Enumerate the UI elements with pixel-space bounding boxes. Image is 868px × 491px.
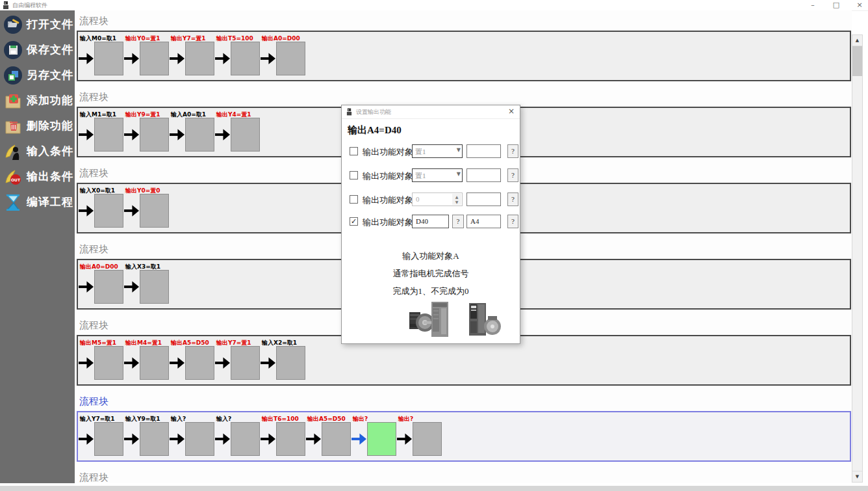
flow-arrow-icon[interactable] [215, 128, 230, 141]
flow-arrow-icon[interactable] [79, 52, 94, 65]
flow-block[interactable] [231, 422, 260, 456]
sidebar-item-8[interactable]: 编译工程 [0, 189, 75, 215]
open-file-icon [3, 15, 23, 34]
flow-arrow-icon[interactable] [124, 280, 139, 293]
flow-arrow-icon[interactable] [170, 52, 185, 65]
sidebar-item-1[interactable]: 打开文件 [0, 12, 75, 37]
help-button[interactable]: ? [507, 168, 518, 182]
spinner-down-icon[interactable]: ▼ [452, 199, 461, 205]
sidebar-item-7[interactable]: OUT输出条件 [0, 164, 75, 189]
dialog-close-icon[interactable]: × [508, 107, 515, 116]
maximize-button[interactable]: □ [832, 0, 841, 10]
flow-block[interactable] [185, 346, 214, 380]
flow-block[interactable] [276, 422, 305, 456]
flow-arrow-icon[interactable] [215, 356, 230, 369]
flow-block[interactable] [322, 422, 351, 456]
flow-block[interactable] [185, 118, 214, 152]
scroll-down-icon[interactable]: ▼ [852, 471, 862, 482]
flow-block[interactable] [94, 270, 123, 304]
flow-arrow-icon[interactable] [215, 432, 230, 445]
flow-arrow-icon[interactable] [124, 128, 139, 141]
flow-block[interactable] [231, 118, 260, 152]
value-select[interactable]: 置1▼ [412, 168, 463, 182]
flow-arrow-icon[interactable] [79, 356, 94, 369]
flow-arrow-icon[interactable] [306, 432, 321, 445]
flow-block[interactable] [94, 42, 123, 75]
output-target-checkbox[interactable] [350, 147, 358, 155]
help-button[interactable]: ? [507, 144, 518, 158]
help-button[interactable]: ? [452, 215, 464, 228]
flow-block[interactable] [140, 422, 169, 456]
flow-arrow-icon[interactable] [124, 356, 139, 369]
sidebar-item-2[interactable]: 保存文件 [0, 37, 75, 62]
flow-arrow-icon[interactable] [170, 356, 185, 369]
extra-value-field[interactable] [466, 168, 501, 182]
flow-cell: 输出A0=D00 [78, 260, 123, 308]
output-target-checkbox[interactable]: ✓ [350, 217, 358, 226]
svg-text:OUT: OUT [11, 178, 21, 182]
flow-arrow-icon[interactable] [170, 432, 185, 445]
close-button[interactable]: × [855, 0, 864, 10]
flow-block[interactable] [231, 346, 260, 380]
flow-arrow-icon[interactable] [79, 432, 94, 445]
value-select[interactable]: 置1▼ [412, 144, 463, 158]
flow-arrow-icon[interactable] [261, 52, 275, 65]
help-button[interactable]: ? [507, 192, 518, 206]
output-target-label: 输出功能对象Y [363, 170, 419, 182]
vertical-scrollbar[interactable]: ▲ ▼ [852, 34, 863, 483]
flow-arrow-icon[interactable] [79, 128, 94, 141]
input-condition-icon [3, 142, 23, 161]
output-target-checkbox[interactable] [350, 171, 358, 179]
flow-arrow-icon[interactable] [124, 432, 139, 445]
flow-block[interactable] [140, 270, 169, 304]
flow-block[interactable] [140, 42, 169, 75]
sidebar-item-6[interactable]: 输入条件 [0, 139, 75, 164]
flow-arrow-icon[interactable] [170, 128, 185, 141]
flow-arrow-icon[interactable] [79, 204, 94, 217]
sidebar-item-4[interactable]: 添加功能 [0, 88, 75, 113]
flow-arrow-icon[interactable] [215, 52, 230, 65]
flow-block[interactable] [276, 346, 305, 380]
chevron-down-icon: ▼ [457, 171, 461, 177]
flow-block[interactable] [231, 42, 260, 75]
flow-section: 流程块输入M0=取1输出Y0=置1输出Y7=置1输出T5=100输出A0=D00 [75, 13, 852, 81]
flow-block[interactable] [185, 422, 214, 456]
flow-block[interactable] [94, 346, 123, 380]
flow-arrow-icon[interactable] [351, 432, 366, 445]
flow-block[interactable] [94, 118, 123, 152]
flow-block[interactable] [94, 194, 123, 228]
dialog-row: ✓输出功能对象AD40?A4? [342, 215, 520, 229]
flow-cell: 输入Y7=取1 [78, 412, 123, 460]
target-value-field[interactable]: D40 [412, 215, 449, 228]
minimize-button[interactable]: – [808, 0, 817, 10]
flow-block[interactable] [185, 42, 214, 75]
flow-arrow-icon[interactable] [124, 52, 139, 65]
dialog-titlebar: 设置输出功能 × [342, 105, 520, 119]
flow-block[interactable] [276, 42, 305, 75]
flow-arrow-icon[interactable] [261, 356, 275, 369]
scroll-up-icon[interactable]: ▲ [852, 35, 862, 46]
output-target-checkbox[interactable] [350, 195, 358, 204]
flow-block[interactable] [140, 346, 169, 380]
extra-value-field[interactable] [466, 144, 501, 158]
flow-block[interactable] [367, 422, 396, 456]
flow-block[interactable] [413, 422, 442, 456]
extra-value-field[interactable] [466, 192, 501, 206]
output-target-label: 输出功能对象A [363, 217, 419, 228]
help-button[interactable]: ? [507, 215, 518, 228]
flow-arrow-icon[interactable] [79, 280, 94, 293]
sidebar-item-5[interactable]: 删除功能 [0, 113, 75, 139]
flow-arrow-icon[interactable] [124, 204, 139, 217]
sidebar-item-3[interactable]: 另存文件 [0, 62, 75, 88]
window-titlebar: 自由编程软件 – □ × [0, 0, 868, 11]
flow-arrow-icon[interactable] [397, 432, 412, 445]
flow-block[interactable] [94, 422, 123, 456]
flow-section-heading: 流程块 [75, 13, 852, 31]
scrollbar-thumb[interactable] [852, 46, 862, 76]
flow-block[interactable] [140, 118, 169, 152]
flow-arrow-icon[interactable] [261, 432, 275, 445]
value-spinner[interactable]: 0▲▼ [412, 192, 463, 206]
flow-block[interactable] [140, 194, 169, 228]
flow-cell: 输入? [214, 412, 260, 460]
extra-value-field[interactable]: A4 [466, 215, 501, 228]
